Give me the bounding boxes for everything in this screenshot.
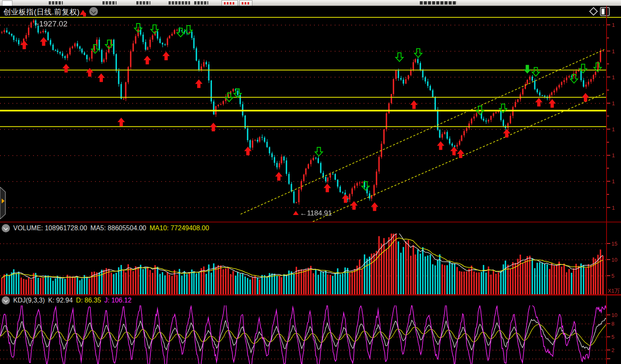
menu-item[interactable] — [136, 1, 150, 5]
tab-shape — [0, 187, 5, 219]
chart-title-bar: 创业板指(日线.前复权) — [0, 6, 621, 18]
trading-terminal-window: { "title_bar": { "instrument_label": "创业… — [0, 0, 621, 364]
menubar-red-button[interactable] — [221, 0, 238, 6]
volume-chart-canvas[interactable] — [0, 234, 621, 294]
menubar-red-button[interactable] — [239, 0, 252, 6]
menu-item[interactable] — [194, 1, 208, 5]
volume-ma5-value: MA5: 88605504.00 — [90, 225, 146, 232]
menubar-logo-box[interactable] — [2, 0, 12, 6]
main-price-chart-canvas[interactable] — [0, 18, 621, 222]
volume-value: VOLUME: 108961728.00 — [13, 225, 87, 232]
collapse-volume-panel-icon[interactable] — [2, 224, 10, 232]
layout-panel-icon[interactable] — [600, 7, 610, 16]
diamond-icon[interactable] — [589, 7, 598, 16]
menu-item[interactable] — [49, 1, 63, 5]
kdj-chart-canvas[interactable] — [0, 305, 621, 364]
kdj-d-value: D: 86.35 — [76, 297, 101, 304]
kdj-j-value: J: 106.12 — [105, 297, 132, 304]
collapse-main-panel-icon[interactable] — [89, 7, 98, 17]
kdj-panel-header: KDJ(9,3,3) K: 92.94 D: 86.35 J: 106.12 — [0, 295, 621, 305]
sidebar-expand-tab[interactable] — [0, 187, 6, 219]
collapse-kdj-panel-icon[interactable] — [2, 296, 10, 305]
price-axis-line — [606, 6, 607, 364]
red-up-arrow-stem — [83, 13, 86, 17]
top-menubar — [0, 0, 621, 6]
menu-item[interactable] — [169, 1, 190, 5]
instrument-title: 创业板指(日线.前复权) — [3, 7, 80, 17]
volume-ma10-value: MA10: 77249408.00 — [150, 225, 209, 232]
kdj-k-value: K: 92.94 — [48, 297, 73, 304]
kdj-name: KDJ(9,3,3) — [13, 297, 45, 304]
volume-panel-header: VOLUME: 108961728.00 MA5: 88605504.00 MA… — [0, 222, 621, 234]
menu-item[interactable] — [102, 1, 117, 5]
menubar-right-text — [420, 1, 457, 5]
